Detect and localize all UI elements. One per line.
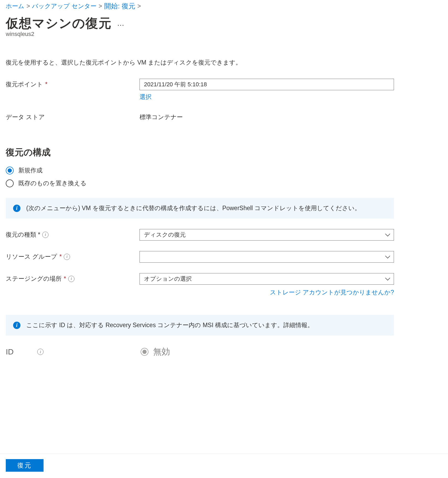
required-indicator: * [45,81,47,88]
staging-location-label: ステージングの場所* i [6,273,140,283]
restore-button[interactable]: 復元 [6,459,44,472]
breadcrumb-backup-center[interactable]: バックアップ センター [32,2,96,10]
resource-group-select[interactable] [140,251,394,263]
info-powershell: i (次のメニューから) VM を復元するときに代替の構成を作成するには、Pow… [6,198,394,219]
id-disabled-radio: 無効 [141,346,170,358]
restore-config-radio-group: 新規作成 既存のものを置き換える [6,166,442,187]
page-description: 復元を使用すると、選択した復元ポイントから VM またはディスクを復元できます。 [6,59,442,67]
chevron-right-icon: > [137,3,141,10]
chevron-right-icon: > [99,3,102,10]
required-indicator: * [59,253,62,260]
storage-account-link[interactable]: ストレージ アカウントが見つかりませんか? [270,289,394,296]
radio-unselected-icon [6,179,14,187]
select-restore-point-link[interactable]: 選択 [140,93,152,101]
info-text: ここに示す ID は、対応する Recovery Services コンテナー内… [26,321,313,329]
radio-create-new[interactable]: 新規作成 [6,166,442,174]
data-store-label: データ ストア [6,111,140,121]
restore-config-header: 復元の構成 [6,146,442,158]
info-icon[interactable]: i [37,349,44,355]
page-title: 仮想マシンの復元 [6,15,112,32]
data-store-value: 標準コンテナー [140,111,394,121]
more-menu-icon[interactable]: … [117,19,125,28]
radio-disabled-icon [141,348,148,356]
info-icon: i [13,205,20,212]
restore-point-input[interactable] [140,79,394,90]
restore-type-select[interactable] [140,229,394,241]
resource-group-label: リソース グループ * i [6,251,140,261]
info-icon[interactable]: i [42,232,49,238]
info-icon: i [13,322,20,329]
info-msi: i ここに示す ID は、対応する Recovery Services コンテナ… [6,315,394,336]
breadcrumb-home[interactable]: ホーム [6,2,24,10]
restore-point-label: 復元ポイント * [6,79,140,88]
radio-selected-icon [6,167,14,174]
info-text: (次のメニューから) VM を復元するときに代替の構成を作成するには、Power… [26,204,361,212]
restore-type-label: 復元の種類 * i [6,229,140,239]
radio-replace-existing[interactable]: 既存のものを置き換える [6,179,442,187]
footer: 復元 [0,454,448,478]
required-indicator: * [64,275,66,282]
breadcrumb-current: 開始: 復元 [104,2,135,11]
id-label: ID [6,347,37,356]
info-icon[interactable]: i [68,276,74,282]
breadcrumb: ホーム > バックアップ センター > 開始: 復元 > [6,0,442,12]
id-value: 無効 [153,346,170,358]
info-icon[interactable]: i [64,254,70,260]
staging-location-select[interactable] [140,273,394,285]
chevron-right-icon: > [26,3,30,10]
